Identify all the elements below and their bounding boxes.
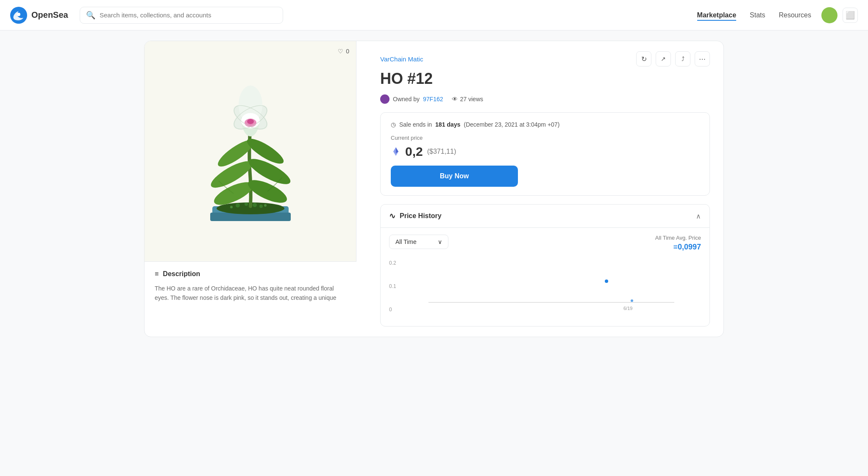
description-text: The HO are a rare of Orchidaceae, HO has…: [155, 284, 346, 303]
price-label: Current price: [391, 135, 699, 141]
content-grid: ♡ 0: [144, 41, 724, 337]
avg-price-value: ≡0,0997: [655, 243, 701, 252]
menu-icon: ≡: [155, 270, 159, 278]
svg-point-7: [253, 203, 257, 207]
buy-now-button[interactable]: Buy Now: [391, 166, 518, 187]
sale-box: ◷ Sale ends in 181 days (December 23, 20…: [380, 112, 710, 196]
price-history-controls: All Time ∨ All Time Avg. Price ≡0,0997: [389, 235, 701, 252]
main-nav: Marketplace Stats Resources: [697, 10, 811, 21]
description-toggle[interactable]: ≡ Description: [155, 270, 346, 278]
nft-image-container: ♡ 0: [145, 41, 356, 261]
svg-point-10: [264, 204, 267, 207]
heart-icon: ♡: [338, 48, 343, 55]
owner-avatar: [380, 94, 389, 104]
clock-icon: ◷: [391, 121, 396, 128]
svg-point-36: [630, 299, 634, 302]
svg-marker-29: [393, 147, 396, 153]
likes-count: 0: [346, 48, 349, 55]
collection-link[interactable]: VarChain Matic: [380, 55, 423, 63]
price-history-title: ∿ Price History: [389, 211, 442, 221]
avg-price-label: All Time Avg. Price: [655, 235, 701, 241]
price-row: 0,2 ($371,11): [391, 144, 699, 159]
nav-stats[interactable]: Stats: [750, 10, 765, 21]
svg-point-9: [230, 206, 233, 208]
price-amount: 0,2: [405, 144, 423, 159]
right-column: VarChain Matic ↻ ↗ ⤴ ⋯ HO #12: [367, 41, 723, 337]
price-history-toggle[interactable]: ∿ Price History ∧: [381, 205, 709, 227]
main-content: ♡ 0: [137, 30, 731, 347]
price-usd: ($371,11): [427, 148, 456, 155]
external-icon: ↗: [661, 55, 666, 62]
price-history-section: ∿ Price History ∧ All Time ∨ All Time Av…: [380, 204, 710, 327]
more-button[interactable]: ⋯: [695, 51, 710, 66]
sale-timer: ◷ Sale ends in 181 days (December 23, 20…: [391, 121, 699, 128]
refresh-icon: ↻: [641, 55, 647, 63]
owner-label: Owned by: [393, 96, 420, 102]
price-chart: 0.2 0.1 0: [389, 260, 701, 319]
svg-point-8: [259, 205, 263, 208]
refresh-button[interactable]: ↻: [636, 51, 651, 66]
svg-rect-34: [428, 260, 674, 302]
price-history-body: All Time ∨ All Time Avg. Price ≡0,0997 0…: [381, 227, 709, 326]
svg-point-1: [17, 13, 20, 16]
time-filter-label: All Time: [395, 238, 417, 245]
wallet-icon: ⬜: [846, 11, 855, 20]
search-bar: 🔍: [80, 7, 283, 24]
sale-timer-prefix: Sale ends in: [399, 121, 432, 128]
svg-point-24: [247, 119, 254, 124]
description-title: Description: [163, 270, 200, 278]
views-count: 27 views: [460, 96, 483, 102]
views-info: 👁 27 views: [452, 96, 483, 102]
eth-icon: [391, 147, 401, 157]
sale-timer-bold: 181 days: [435, 121, 460, 128]
nft-title: HO #12: [380, 70, 710, 88]
search-input[interactable]: [100, 11, 277, 19]
chart-y-label-top: 0.2: [389, 260, 402, 266]
share-button[interactable]: ⤴: [675, 51, 690, 66]
opensea-logo-icon: [10, 7, 27, 24]
owner-info: Owned by 97F162: [380, 94, 443, 104]
like-button[interactable]: ♡ 0: [338, 48, 349, 55]
chart-y-label-bottom: 0: [389, 307, 402, 313]
eye-icon: 👁: [452, 96, 458, 102]
left-column: ♡ 0: [145, 41, 356, 337]
orchid-svg: [187, 62, 314, 240]
search-icon: 🔍: [86, 11, 95, 20]
svg-text:6/19: 6/19: [623, 306, 632, 311]
chevron-down-icon: ∨: [438, 238, 442, 245]
svg-point-5: [236, 203, 240, 208]
owner-address-link[interactable]: 97F162: [423, 96, 443, 102]
share-icon: ⤴: [682, 55, 684, 62]
chart-y-axis: 0.2 0.1 0: [389, 260, 402, 319]
nav-resources[interactable]: Resources: [779, 10, 811, 21]
svg-marker-30: [396, 147, 398, 153]
wallet-button[interactable]: ⬜: [843, 8, 858, 23]
time-filter-select[interactable]: All Time ∨: [389, 235, 448, 249]
trend-icon: ∿: [389, 211, 395, 221]
nav-marketplace[interactable]: Marketplace: [697, 10, 737, 21]
logo[interactable]: OpenSea: [10, 7, 70, 24]
chart-svg: 6/19: [402, 260, 701, 315]
meta-row: Owned by 97F162 👁 27 views: [380, 94, 710, 104]
external-link-button[interactable]: ↗: [656, 51, 671, 66]
chevron-up-icon: ∧: [696, 212, 701, 220]
action-icons: ↻ ↗ ⤴ ⋯: [636, 51, 710, 66]
header-actions: ⬜: [821, 7, 858, 23]
svg-point-35: [604, 279, 609, 283]
svg-point-6: [245, 202, 248, 206]
avatar[interactable]: [821, 7, 837, 23]
description-section: ≡ Description The HO are a rare of Orchi…: [145, 261, 356, 311]
nft-image: [170, 58, 331, 244]
more-icon: ⋯: [699, 55, 706, 63]
header: OpenSea 🔍 Marketplace Stats Resources ⬜: [0, 0, 868, 30]
avg-price-block: All Time Avg. Price ≡0,0997: [655, 235, 701, 252]
chart-y-label-mid: 0.1: [389, 283, 402, 289]
sale-timer-detail: (December 23, 2021 at 3:04pm +07): [464, 121, 559, 128]
logo-text: OpenSea: [31, 10, 68, 20]
